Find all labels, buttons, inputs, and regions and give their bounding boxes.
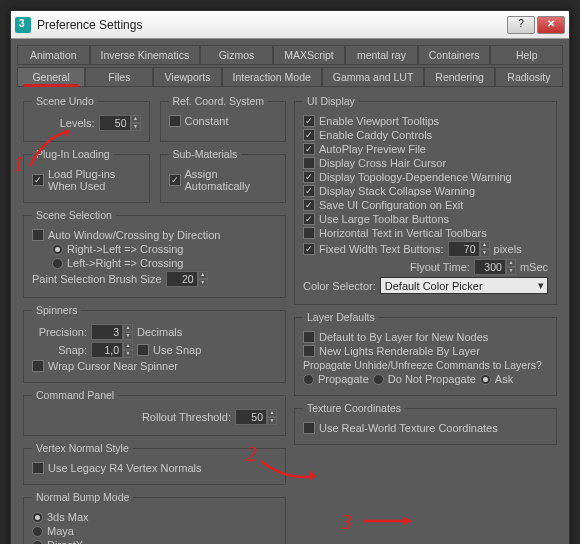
tab-maxscript[interactable]: MAXScript [273,45,346,65]
precision-up[interactable]: ▲ [123,324,133,332]
newlights-checkbox[interactable] [303,345,315,357]
flyout-spinner[interactable]: ▲▼ [474,259,516,275]
use-snap-checkbox[interactable] [137,344,149,356]
tab-general[interactable]: General [17,67,85,87]
brush-spinner[interactable]: ▲▼ [166,271,208,287]
fixedw-input[interactable] [448,241,480,257]
caddy-checkbox[interactable] [303,129,315,141]
saveui-label: Save UI Configuration on Exit [319,199,463,211]
propagate-radio[interactable] [303,374,314,385]
tab-gamma-lut[interactable]: Gamma and LUT [322,67,425,87]
nbm-3dsmax-label: 3ds Max [47,511,89,523]
tab-viewports[interactable]: Viewports [153,67,221,87]
close-button[interactable]: ✕ [537,16,565,34]
load-plugins-checkbox[interactable] [32,174,44,186]
htext-checkbox[interactable] [303,227,315,239]
autoplay-checkbox[interactable] [303,143,315,155]
nbm-directx-radio[interactable] [32,540,43,545]
layer-legend: Layer Defaults [303,311,379,323]
propagate-question: Propagate Unhide/Unfreeze Commands to La… [303,359,548,371]
fixedw-down[interactable]: ▼ [480,249,490,257]
wrap-cursor-checkbox[interactable] [32,360,44,372]
nbm-maya-radio[interactable] [32,526,43,537]
flyout-input[interactable] [474,259,506,275]
tooltips-label: Enable Viewport Tooltips [319,115,439,127]
tab-containers[interactable]: Containers [418,45,491,65]
levels-down[interactable]: ▼ [131,123,141,131]
rollout-up[interactable]: ▲ [267,409,277,417]
use-snap-label: Use Snap [153,344,201,356]
wrap-cursor-label: Wrap Cursor Near Spinner [48,360,178,372]
auto-window-checkbox[interactable] [32,229,44,241]
scene-selection-group: Scene Selection Auto Window/Crossing by … [23,209,286,298]
brush-up[interactable]: ▲ [198,271,208,279]
realworld-checkbox[interactable] [303,422,315,434]
precision-label: Precision: [32,326,87,338]
fixedw-spinner[interactable]: ▲▼ [448,241,490,257]
snap-down[interactable]: ▼ [123,350,133,358]
levels-spinner[interactable]: ▲▼ [99,115,141,131]
snap-up[interactable]: ▲ [123,342,133,350]
pixels-label: pixels [494,243,522,255]
colorsel-value: Default Color Picker [385,280,483,292]
crosshair-checkbox[interactable] [303,157,315,169]
color-selector-dropdown[interactable]: Default Color Picker [380,277,548,294]
ui-display-group: UI Display Enable Viewport Tooltips Enab… [294,95,557,305]
flyout-down[interactable]: ▼ [506,267,516,275]
flyout-up[interactable]: ▲ [506,259,516,267]
command-panel-group: Command Panel Rollout Threshold: ▲▼ [23,389,286,436]
saveui-checkbox[interactable] [303,199,315,211]
plugin-legend: Plug-In Loading [32,148,114,160]
fixedw-up[interactable]: ▲ [480,241,490,249]
default-bylayer-checkbox[interactable] [303,331,315,343]
tab-help[interactable]: Help [490,45,563,65]
tab-rendering[interactable]: Rendering [424,67,494,87]
largetb-checkbox[interactable] [303,213,315,225]
levels-up[interactable]: ▲ [131,115,141,123]
brush-down[interactable]: ▼ [198,279,208,287]
precision-down[interactable]: ▼ [123,332,133,340]
tab-mental-ray[interactable]: mental ray [345,45,418,65]
help-button[interactable]: ? [507,16,535,34]
layer-defaults-group: Layer Defaults Default to By Layer for N… [294,311,557,396]
flyout-label: Flyout Time: [410,261,470,273]
spinners-legend: Spinners [32,304,81,316]
tab-gizmos[interactable]: Gizmos [200,45,273,65]
tab-files[interactable]: Files [85,67,153,87]
nbm-maya-label: Maya [47,525,74,537]
collapse-checkbox[interactable] [303,185,315,197]
donot-radio[interactable] [373,374,384,385]
legacy-r4-checkbox[interactable] [32,462,44,474]
tab-interaction-mode[interactable]: Interaction Mode [222,67,322,87]
nbm-3dsmax-radio[interactable] [32,512,43,523]
caddy-label: Enable Caddy Controls [319,129,432,141]
topo-checkbox[interactable] [303,171,315,183]
scene-sel-legend: Scene Selection [32,209,116,221]
tab-inverse-kinematics[interactable]: Inverse Kinematics [90,45,201,65]
levels-input[interactable] [99,115,131,131]
rollout-input[interactable] [235,409,267,425]
normal-bump-group: Normal Bump Mode 3ds Max Maya DirectX [23,491,286,544]
tab-animation[interactable]: Animation [17,45,90,65]
snap-input[interactable] [91,342,123,358]
brush-input[interactable] [166,271,198,287]
nbm-directx-label: DirectX [47,539,83,544]
tab-row-1: Animation Inverse Kinematics Gizmos MAXS… [17,45,563,65]
tab-radiosity[interactable]: Radiosity [495,67,563,87]
load-plugins-label: Load Plug-ins When Used [48,168,141,192]
rl-radio[interactable] [52,244,63,255]
lr-radio[interactable] [52,258,63,269]
crosshair-label: Display Cross Hair Cursor [319,157,446,169]
tooltips-checkbox[interactable] [303,115,315,127]
rollout-down[interactable]: ▼ [267,417,277,425]
assign-auto-checkbox[interactable] [169,174,181,186]
snap-spinner[interactable]: ▲▼ [91,342,133,358]
ask-radio[interactable] [480,374,491,385]
htext-label: Horizontal Text in Vertical Toolbars [319,227,487,239]
ref-coord-legend: Ref. Coord. System [169,95,269,107]
precision-spinner[interactable]: ▲▼ [91,324,133,340]
rollout-spinner[interactable]: ▲▼ [235,409,277,425]
fixedw-checkbox[interactable] [303,243,315,255]
constant-checkbox[interactable] [169,115,181,127]
precision-input[interactable] [91,324,123,340]
